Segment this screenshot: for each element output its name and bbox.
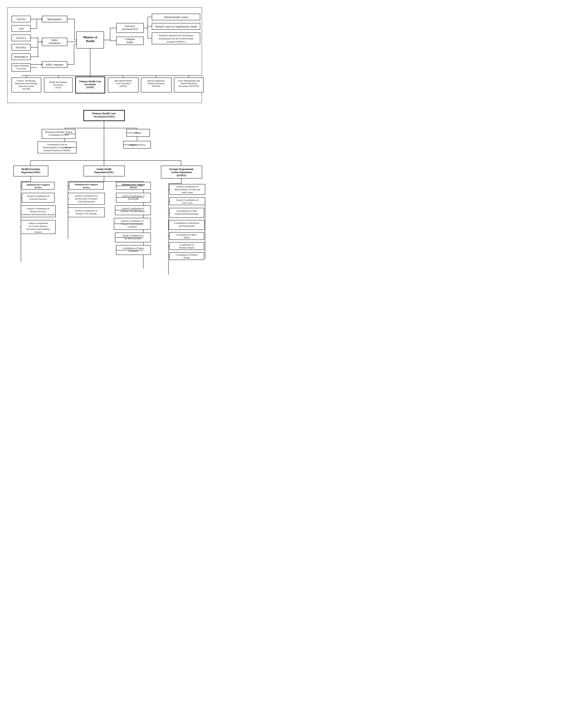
- ans-label: ANS: [19, 27, 24, 30]
- child-health-label: Coordination of Child: [176, 210, 197, 212]
- primary-care-funding-label: General Coordination of: [75, 209, 98, 212]
- svg-text:Oral Health: Oral Health: [128, 198, 139, 200]
- svg-text:Health Education: Health Education: [181, 82, 197, 85]
- top-chart-svg: ANVISA ANS FUNASA FIOCRUZ HEMOBRÁS Grupo…: [10, 11, 204, 101]
- fiocruz-label: FIOCRUZ: [16, 46, 26, 49]
- svg-text:Conceição: Conceição: [16, 67, 26, 70]
- cgpo-label: Planning and Budget General: [45, 131, 72, 133]
- svg-text:Women's Health: Women's Health: [179, 246, 194, 249]
- svg-text:Secretariat (ES): Secretariat (ES): [122, 28, 138, 31]
- svg-text:Care Professionals: Care Professionals: [78, 200, 95, 203]
- svg-text:Other Drugs: Other Drugs: [182, 191, 193, 194]
- svg-text:the Provision of Primary: the Provision of Primary: [75, 197, 98, 200]
- dps-label: Health Promotion: [22, 168, 40, 170]
- svg-text:Health: Health: [184, 236, 190, 239]
- oral-health-label: General Coordination of: [122, 195, 145, 197]
- svg-text:Health Secretariat: Health Secretariat: [148, 82, 164, 85]
- grupo-hospitalar-label: Grupo Hospitalar: [13, 64, 29, 67]
- svg-text:Prevention and Smoking: Prevention and Smoking: [27, 228, 50, 230]
- svg-text:Input Secretariat: Input Secretariat: [19, 85, 34, 87]
- svg-text:Secretariat: Secretariat: [85, 83, 96, 86]
- dsf-admin-right-label: Administrative Support: [122, 183, 145, 186]
- primary-care-info-label: General Coordination of: [122, 207, 144, 210]
- svg-text:Health and Breastfeeding: Health and Breastfeeding: [175, 212, 198, 215]
- chronic-disease-label: General Coordination: [28, 222, 48, 224]
- svg-text:Incorporation into the Unified: Incorporation into the Unified Health: [159, 37, 193, 40]
- svg-text:(SAES): (SAES): [119, 85, 127, 87]
- national-health-council-label: National Health Council: [164, 16, 188, 19]
- exec-sec-label: Executive: [125, 25, 135, 28]
- top-org-chart: ANVISA ANS FUNASA FIOCRUZ HEMOBRÁS Grupo…: [7, 7, 202, 103]
- sesai-label: Special Indigenous: [147, 79, 165, 82]
- svg-text:Department (DSF): Department (DSF): [94, 171, 114, 174]
- ministry-label: Ministry of: [83, 36, 97, 39]
- adolescent-health-label: Coordination of Adolescent: [174, 222, 199, 224]
- anvisa-label: ANVISA: [16, 18, 26, 21]
- dps-admin-label: Administrative Support: [26, 183, 50, 186]
- svg-text:foundations: foundations: [49, 42, 61, 45]
- svg-text:(SAPS): (SAPS): [86, 86, 94, 89]
- svg-text:Food and Nutrition: Food and Nutrition: [29, 198, 47, 200]
- svg-text:Primary Care Funding: Primary Care Funding: [76, 212, 97, 215]
- svg-text:(DAPES): (DAPES): [177, 174, 186, 177]
- svg-text:Care Secretariat: Care Secretariat: [116, 82, 131, 85]
- svg-text:Health: Health: [86, 40, 95, 43]
- svg-text:Actions Department: Actions Department: [171, 171, 192, 174]
- public-foundations-label: Public: [51, 39, 58, 42]
- svg-text:(SCTIE): (SCTIE): [22, 87, 30, 90]
- life-cycles-label: General Coordination of: [176, 199, 199, 201]
- svg-text:Service: Service: [130, 186, 137, 189]
- food-nutrition-label: General Coordination of: [27, 195, 49, 197]
- svg-text:Guarantee: Guarantee: [127, 225, 137, 228]
- svg-text:(SESAI): (SESAI): [152, 85, 160, 87]
- saes-label: Specialized Health: [114, 79, 132, 82]
- public-companies-label: Public companies: [46, 63, 64, 66]
- womens-health-label: Coordination of: [179, 243, 194, 246]
- provision-professionals-label: General Coordination for: [74, 194, 98, 197]
- svg-text:Mental Health, Alcohol and: Mental Health, Alcohol and: [175, 188, 200, 191]
- svg-text:Department (DPS): Department (DPS): [21, 171, 40, 174]
- svg-text:for Chronic Disease: for Chronic Disease: [29, 225, 47, 227]
- svg-text:Monitoramento e Avaliação da: Monitoramento e Avaliação da: [43, 146, 71, 149]
- cgmap-label: Coordenação Geral de: [47, 143, 67, 146]
- mental-health-label: General Coordination of: [176, 185, 199, 188]
- page: ANVISA ANS FUNASA FIOCRUZ HEMOBRÁS Grupo…: [4, 4, 205, 297]
- svg-text:Control: Control: [35, 231, 42, 233]
- saps-title-label: Primary Health Care: [92, 112, 116, 115]
- svg-text:Primary Care Information: Primary Care Information: [121, 210, 145, 212]
- funasa-label: FUNASA: [16, 37, 26, 40]
- svg-text:Life Cycles: Life Cycles: [182, 202, 193, 204]
- svg-text:bodies: bodies: [127, 41, 133, 44]
- segets-label: Labor Management and: [178, 79, 200, 82]
- svg-text:Physical Activity: Physical Activity: [30, 210, 46, 213]
- svg-text:Innovation and Strategic: Innovation and Strategic: [15, 82, 38, 85]
- conitec-label: National Commission for Technology: [159, 34, 194, 37]
- svg-text:Service: Service: [83, 186, 90, 189]
- nat-council-supp-label: National Council for Supplementary Healt…: [155, 25, 197, 28]
- svg-text:Health: Health: [184, 256, 190, 259]
- hemobras-label: HEMOBRÁS: [14, 55, 28, 58]
- physical-activity-label: General Coordination of: [27, 207, 49, 210]
- prison-system-label: Health Coordination in: [122, 234, 144, 237]
- svg-text:(SVS): (SVS): [55, 86, 61, 89]
- svg-text:Promotion and Intersectoral Ac: Promotion and Intersectoral Actions: [21, 213, 55, 216]
- elderly-health-label: Coordination of Elderly: [176, 253, 198, 256]
- svg-text:Secretariat (SAPS): Secretariat (SAPS): [94, 115, 115, 118]
- attributes-guarantee-label: General Coordination of: [121, 220, 144, 222]
- saps-org-chart: Primary Health Care Secretariat (SAPS) P…: [7, 107, 202, 293]
- dapes-label: Strategic Programmatic: [169, 168, 194, 171]
- equity-guarantee-label: Coordination of Equity: [123, 247, 144, 249]
- svg-text:System (CONITEC): System (CONITEC): [167, 40, 185, 43]
- svg-text:Secretariat (SEGETS): Secretariat (SEGETS): [178, 85, 199, 87]
- saps-sec-label: Primary Health Care: [79, 80, 101, 83]
- svg-text:Atenção Primária (CGMAP): Atenção Primária (CGMAP): [44, 149, 70, 152]
- bottom-chart-svg: Primary Health Care Secretariat (SAPS) P…: [9, 109, 206, 291]
- municipalities-label: Municipalities: [47, 18, 62, 21]
- collegiate-bodies-label: Collegiate: [125, 38, 135, 41]
- mens-health-label: Coordination of Men's: [176, 233, 197, 236]
- sctie-label: Science, Technology,: [17, 79, 36, 82]
- svs-label: Health Surveillance: [49, 81, 67, 83]
- svg-text:Service: Service: [35, 186, 42, 189]
- dsf-label: Family Health: [97, 168, 112, 171]
- svg-text:Secretariat: Secretariat: [53, 84, 63, 86]
